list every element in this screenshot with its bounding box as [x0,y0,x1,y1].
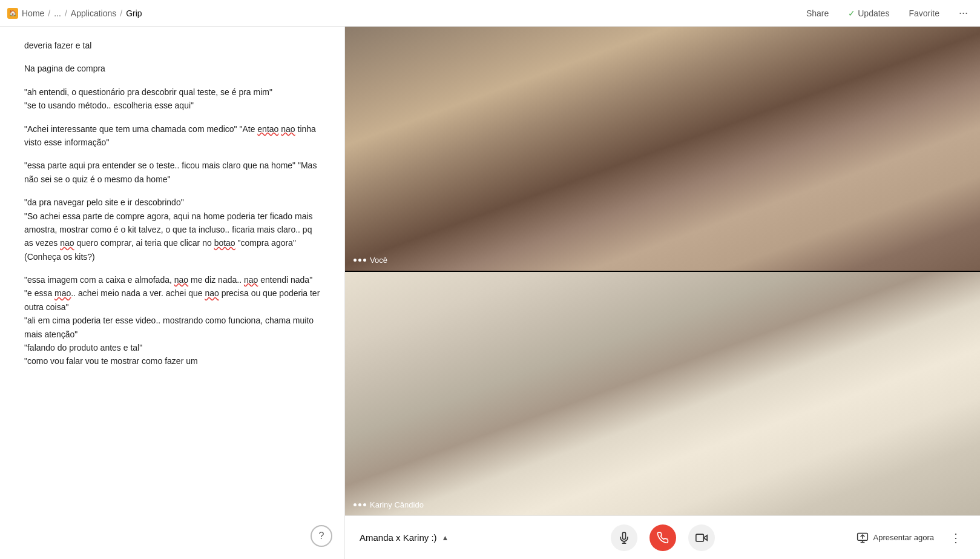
video-dots-bottom [354,503,366,506]
breadcrumb-sep1: / [48,8,50,18]
present-label: Apresentar agora [873,533,934,542]
breadcrumb-ellipsis[interactable]: ... [54,8,61,18]
more-vert-button[interactable]: ⋮ [946,527,965,549]
updates-label: Updates [858,8,889,18]
chevron-up-icon[interactable]: ▲ [442,534,449,542]
video-bottom-feed [345,272,980,516]
note-paragraph-3: "Achei interessante que tem uma chamada … [24,122,320,150]
call-title: Amanda x Kariny :) [360,532,437,543]
underline-nao-4: nao [244,275,258,285]
underline-mao: mao [54,288,71,298]
video-panel: 2 Você [345,27,980,559]
svg-marker-7 [703,535,707,540]
breadcrumb-sep2: / [65,8,67,18]
video-bottom-label: Kariny Cândido [354,500,424,509]
mic-button[interactable] [611,524,637,551]
note-paragraph-6: "essa imagem com a caixa e almofada, nao… [24,273,320,368]
breadcrumb-current: Grip [126,8,142,18]
video-grid: Você Kariny Cândido [345,27,980,515]
note-paragraph-1: Na pagina de compra [24,62,320,75]
underline-nao-5: nao [205,288,219,298]
present-button[interactable]: Apresentar agora [857,532,934,544]
dot2 [358,259,361,262]
video-top-feed [345,27,980,271]
note-paragraph-0: deveria fazer e tal [24,39,320,52]
breadcrumb: 🏠 Home / ... / Applications / Grip [7,8,798,19]
video-cell-bottom: Kariny Cândido [345,272,980,516]
video-top-label: Você [354,256,387,265]
check-icon: ✓ [848,8,855,18]
share-label: Share [806,8,829,18]
breadcrumb-sep3: / [120,8,122,18]
breadcrumb-applications[interactable]: Applications [71,8,117,18]
share-button[interactable]: Share [801,6,834,21]
home-icon[interactable]: 🏠 [7,8,18,19]
breadcrumb-home[interactable]: Home [22,8,44,18]
updates-button[interactable]: ✓ Updates [843,6,894,21]
dot3 [363,259,366,262]
underline-nao-1: nao [281,124,295,134]
dot5 [358,503,361,506]
more-options-button[interactable]: ··· [954,4,973,22]
call-name: Amanda x Kariny :) ▲ [360,532,562,543]
notes-panel: deveria fazer e tal Na pagina de compra … [0,27,345,559]
dot4 [354,503,357,506]
underline-nao-2: nao [60,238,74,248]
note-paragraph-2: "ah entendi, o questionário pra descobri… [24,85,320,113]
underline-nao-3: nao [174,275,188,285]
underline-entao: entao [257,124,278,134]
favorite-button[interactable]: Favorite [904,6,944,21]
video-cell-top: Você [345,27,980,272]
call-right: Apresentar agora ⋮ [763,527,965,549]
note-paragraph-5: "da pra navegar pelo site e ir descobrin… [24,196,320,263]
video-bottom-name: Kariny Cândido [370,500,424,509]
top-bar: 🏠 Home / ... / Applications / Grip Share… [0,0,980,27]
svg-rect-8 [696,534,703,541]
dot1 [354,259,357,262]
favorite-label: Favorite [909,8,939,18]
video-dots-top [354,259,366,262]
call-controls [562,524,764,551]
note-paragraph-4: "essa parte aqui pra entender se o teste… [24,159,320,186]
end-call-button[interactable] [649,524,676,551]
dot6 [363,503,366,506]
video-button[interactable] [688,524,715,551]
help-button[interactable]: ? [311,525,332,547]
underline-botao: botao [214,238,235,248]
main-area: deveria fazer e tal Na pagina de compra … [0,27,980,559]
call-bar: Amanda x Kariny :) ▲ [345,515,980,559]
top-bar-actions: Share ✓ Updates Favorite ··· [801,4,973,22]
video-top-name: Você [370,256,387,265]
